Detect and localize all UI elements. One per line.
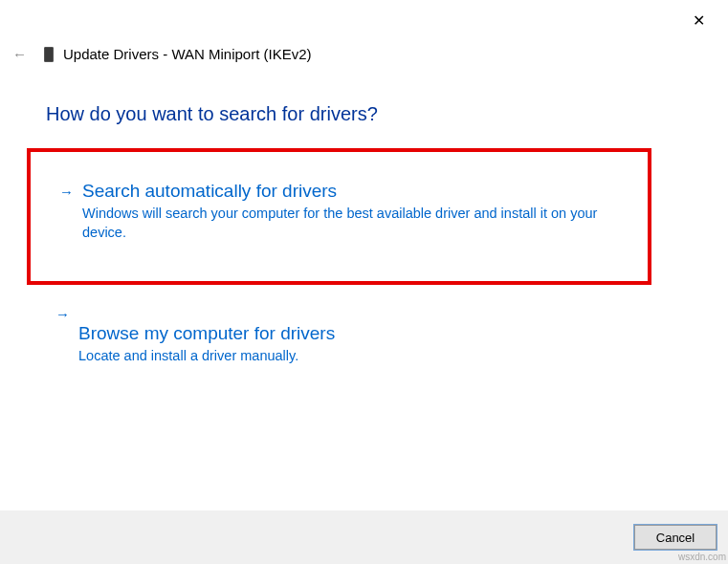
- option-description: Locate and install a driver manually.: [78, 346, 595, 365]
- close-icon: ✕: [693, 12, 705, 29]
- dialog-title: Update Drivers - WAN Miniport (IKEv2): [63, 46, 312, 62]
- watermark: wsxdn.com: [678, 552, 726, 562]
- cancel-button[interactable]: Cancel: [634, 525, 717, 550]
- device-icon: [44, 47, 54, 62]
- arrow-right-icon: →: [55, 306, 70, 322]
- option-description: Windows will search your computer for th…: [82, 204, 599, 243]
- dialog-header: ← Update Drivers - WAN Miniport (IKEv2): [12, 46, 312, 62]
- arrow-right-icon: →: [59, 184, 74, 200]
- option-browse-computer[interactable]: → Browse my computer for drivers Locate …: [27, 294, 651, 375]
- option-title: Search automatically for drivers: [82, 181, 627, 202]
- page-heading: How do you want to search for drivers?: [46, 103, 378, 125]
- dialog-footer: Cancel: [0, 510, 728, 564]
- close-button[interactable]: ✕: [687, 10, 711, 32]
- option-title: Browse my computer for drivers: [78, 323, 630, 344]
- back-arrow-icon: ←: [12, 46, 27, 62]
- option-search-automatically[interactable]: → Search automatically for drivers Windo…: [27, 148, 651, 285]
